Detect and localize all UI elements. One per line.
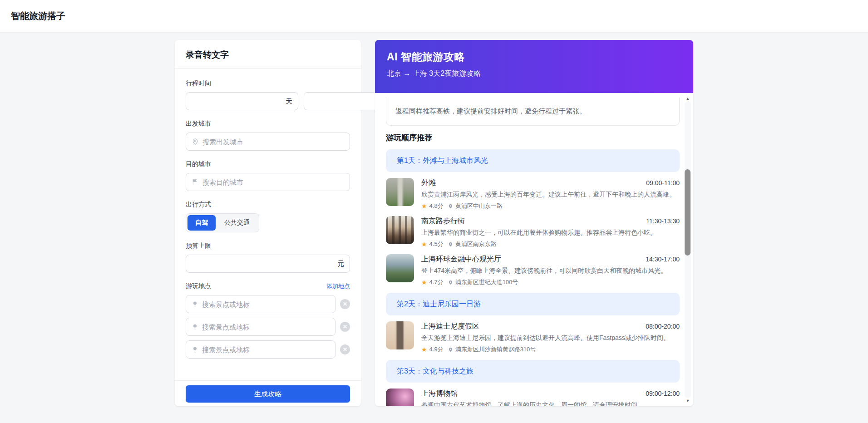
add-location-link[interactable]: 添加地点 [326,282,350,290]
location-pin-icon [448,241,453,247]
location-input-wrap [186,340,335,359]
form-panel-header: 录音转文字 [175,40,361,69]
transport-segmented-control: 自驾 公共交通 [186,213,259,232]
attraction-address: 黄浦区南京东路 [455,240,497,248]
section-title: 游玩顺序推荐 [386,133,680,143]
attraction-photo [386,321,414,349]
attraction-rating: 4.8分 [429,202,444,210]
scrollbar: ▲ ▼ [685,96,691,403]
map-pin-icon [192,138,199,145]
attraction-name: 南京路步行街 [421,216,465,226]
attraction-desc: 参观中国古代艺术博物馆，了解上海的历史文化。周一闭馆，请合理安排时间。 [421,401,680,406]
scrollbar-thumb[interactable] [685,169,690,256]
star-icon: ★ [421,279,427,286]
departure-city-input[interactable] [202,138,344,146]
attraction-desc: 全天游览上海迪士尼乐园，建议提前到达以避开人流高峰。使用Fastpass减少排队… [421,334,680,342]
attraction-photo [386,389,414,406]
scrollbar-up-arrow[interactable]: ▲ [686,96,690,101]
location-input-wrap [186,318,335,336]
scrollbar-down-arrow[interactable]: ▼ [686,398,690,403]
attraction-row: 上海迪士尼度假区 08:00-20:00 全天游览上海迪士尼乐园，建议提前到达以… [386,321,680,354]
form-panel-title: 录音转文字 [186,49,350,61]
location-row: ✕ [186,295,350,313]
itinerary-list: 第1天：外滩与上海城市风光 外滩 09:00-11:00 欣赏黄浦江两岸风光，感… [386,149,680,406]
day-header-bar: 第1天：外滩与上海城市风光 [386,149,680,172]
remove-location-button-2[interactable]: ✕ [340,322,350,332]
trip-form-panel: 录音转文字 行程时间 天 夜 [175,40,361,406]
remove-location-button-3[interactable]: ✕ [340,344,350,354]
day-header-bar: 第3天：文化与科技之旅 [386,360,680,383]
main-area: 录音转文字 行程时间 天 夜 [0,32,868,406]
attraction-name: 上海迪士尼度假区 [421,322,479,331]
locations-label: 游玩地点 [186,282,211,290]
attraction-row: 外滩 09:00-11:00 欣赏黄浦江两岸风光，感受上海的百年变迁。建议上午前… [386,178,680,210]
destination-city-label: 目的城市 [186,160,350,168]
location-input-wrap [186,295,335,313]
summary-note-box: 返程同样推荐高铁，建议提前安排好时间，避免行程过于紧张。 [386,98,680,126]
attraction-time: 09:00-12:00 [646,390,680,397]
attraction-name: 上海环球金融中心观光厅 [421,255,501,264]
attraction-row: 上海博物馆 09:00-12:00 参观中国古代艺术博物馆，了解上海的历史文化。… [386,389,680,406]
flag-icon [192,178,199,186]
locations-field: 游玩地点 添加地点 ✕ [186,282,350,359]
transport-label: 出行方式 [186,201,350,209]
transport-option-public[interactable]: 公共交通 [217,215,257,231]
itinerary-header: AI 智能旅游攻略 北京 → 上海 3天2夜旅游攻略 [375,40,693,93]
days-input[interactable] [192,98,282,105]
top-bar: 智能旅游搭子 [0,0,868,32]
attraction-desc: 上海最繁华的商业街之一，可以在此用餐并体验购物乐趣。推荐品尝上海特色小吃。 [421,229,680,237]
attraction-rating: 4.9分 [429,345,444,354]
star-icon: ★ [421,241,427,248]
push-pin-icon [192,346,198,353]
itinerary-title: AI 智能旅游攻略 [387,50,681,64]
destination-city-input[interactable] [202,178,344,186]
attraction-photo [386,216,414,244]
attraction-row: 上海环球金融中心观光厅 14:30-17:00 登上474米高空，俯瞰上海全景。… [386,254,680,286]
departure-city-label: 出发城市 [186,120,350,128]
star-icon: ★ [421,202,427,210]
attraction-time: 09:00-11:00 [646,179,680,187]
transport-option-self-drive[interactable]: 自驾 [187,215,216,231]
attraction-address: 浦东新区世纪大道100号 [455,278,518,286]
star-icon: ★ [421,346,427,353]
budget-input[interactable] [192,260,334,268]
attraction-name: 外滩 [421,178,436,188]
attraction-photo [386,254,414,282]
duration-label: 行程时间 [186,79,350,88]
attraction-address: 浦东新区川沙新镇黄赵路310号 [455,345,536,354]
days-suffix: 天 [286,97,292,106]
push-pin-icon [192,324,198,330]
attraction-rating: 4.5分 [429,240,444,248]
day-header-label: 第3天：文化与科技之旅 [397,367,473,376]
remove-location-button-1[interactable]: ✕ [340,299,350,309]
attraction-photo [386,178,414,206]
day-header-bar: 第2天：迪士尼乐园一日游 [386,293,680,315]
departure-input-wrap [186,133,350,151]
attraction-time: 08:00-20:00 [646,323,680,330]
app-title: 智能旅游搭子 [11,10,65,22]
attraction-desc: 欣赏黄浦江两岸风光，感受上海的百年变迁。建议上午前往，避开下午和晚上的人流高峰。 [421,191,680,199]
day-header-label: 第1天：外滩与上海城市风光 [397,156,488,166]
departure-city-field: 出发城市 [186,120,350,151]
form-footer: 生成攻略 [175,380,361,406]
scrollbar-track[interactable] [685,101,691,398]
itinerary-scroll-area[interactable]: 返程同样推荐高铁，建议提前安排好时间，避免行程过于紧张。 游玩顺序推荐 第1天：… [375,93,693,406]
location-input-3[interactable] [202,346,330,354]
generate-guide-button[interactable]: 生成攻略 [186,385,350,403]
attraction-time: 14:30-17:00 [646,256,680,263]
attraction-name: 上海博物馆 [421,389,458,398]
attraction-desc: 登上474米高空，俯瞰上海全景。建议傍晚前往，可以同时欣赏白天和夜晚的城市风光。 [421,267,680,275]
destination-city-field: 目的城市 [186,160,350,191]
location-input-1[interactable] [202,300,330,308]
summary-note-text: 返程同样推荐高铁，建议提前安排好时间，避免行程过于紧张。 [395,107,586,116]
attraction-time: 11:30-13:30 [646,217,680,225]
days-input-wrap: 天 [186,92,298,110]
itinerary-subtitle: 北京 → 上海 3天2夜旅游攻略 [387,69,681,79]
destination-input-wrap [186,173,350,191]
push-pin-icon [192,301,198,308]
location-pin-icon [448,280,453,285]
itinerary-panel: AI 智能旅游攻略 北京 → 上海 3天2夜旅游攻略 返程同样推荐高铁，建议提前… [375,40,693,406]
attraction-row: 南京路步行街 11:30-13:30 上海最繁华的商业街之一，可以在此用餐并体验… [386,216,680,248]
transport-field: 出行方式 自驾 公共交通 [186,201,350,232]
location-input-2[interactable] [202,323,330,331]
